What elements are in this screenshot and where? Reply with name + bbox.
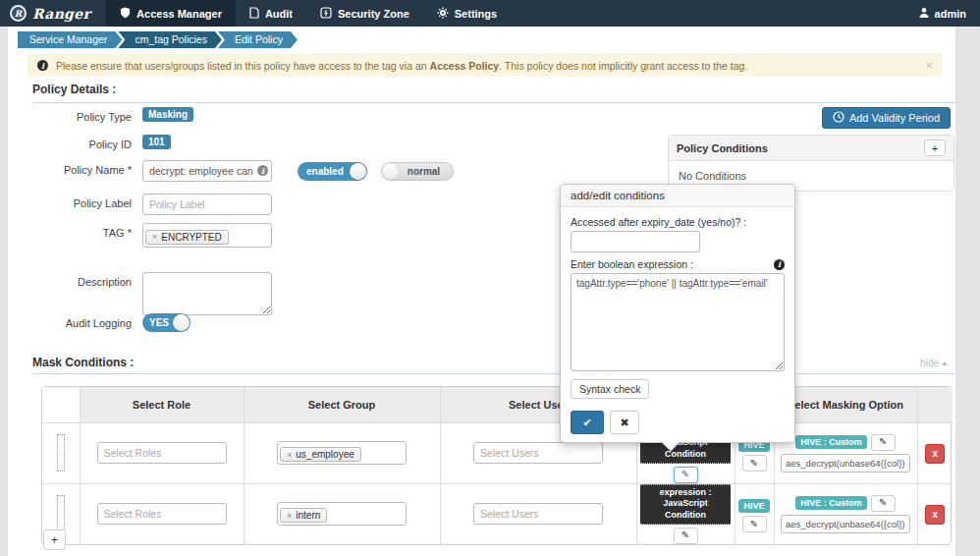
breadcrumb-service-manager[interactable]: Service Manager: [18, 31, 122, 48]
nav-audit[interactable]: Audit: [236, 0, 306, 27]
policy-name-info-icon[interactable]: i: [257, 165, 268, 176]
delete-column-header: [917, 387, 953, 422]
add-edit-conditions-popover: add/edit conditions Accessed after expir…: [560, 184, 795, 443]
delete-row-button[interactable]: x: [925, 444, 945, 464]
add-validity-period-button[interactable]: Add Validity Period: [822, 107, 951, 129]
group-chip: × us_employee: [280, 447, 361, 462]
policy-label-label: Policy Label: [26, 194, 132, 209]
expiry-input[interactable]: [571, 231, 700, 252]
drag-handle[interactable]: [57, 495, 65, 532]
brand-name: Ranger: [32, 6, 90, 22]
mask-conditions-table: Select Role Select Group Select User Sel…: [42, 387, 953, 544]
add-mask-row-button[interactable]: +: [43, 529, 66, 550]
expression-label: Enter boolean expression :: [571, 258, 693, 270]
caret-up-icon: [942, 361, 948, 365]
select-users-input[interactable]: [473, 503, 603, 525]
nav-user-menu[interactable]: admin: [904, 0, 980, 27]
select-group-header: Select Group: [244, 387, 440, 422]
masking-expression-input[interactable]: [781, 454, 910, 473]
select-role-header: Select Role: [80, 387, 244, 422]
breadcrumb-edit-policy[interactable]: Edit Policy: [218, 31, 298, 48]
edit-condition-button[interactable]: ✎: [674, 467, 698, 483]
drag-handle[interactable]: [57, 434, 65, 472]
audit-logging-row: Audit Logging YES: [26, 313, 191, 332]
masking-option-badge: HIVE : Custom: [795, 496, 867, 510]
shield-icon: [120, 7, 131, 21]
cancel-button[interactable]: ✖: [610, 411, 639, 434]
nav-security-zone[interactable]: Security Zone: [306, 0, 423, 27]
nav-settings[interactable]: Settings: [423, 0, 511, 27]
description-row: Description: [26, 272, 272, 315]
confirm-button[interactable]: ✔: [571, 411, 604, 434]
popover-title: add/edit conditions: [561, 185, 794, 207]
expression-textarea[interactable]: tagAttr.type=='phone' || tagAttr.type=='…: [571, 273, 785, 371]
page-container: Service Manager cm_tag Policies Edit Pol…: [8, 27, 955, 556]
chip-remove-icon[interactable]: ×: [287, 450, 292, 460]
ranger-logo-icon: R: [10, 5, 27, 22]
mask-conditions-heading: Mask Conditions :: [32, 356, 134, 369]
policy-details-heading: Policy Details :: [32, 83, 116, 96]
tag-row: TAG * × ENCRYPTED: [26, 223, 272, 248]
condition-expression-badge: expression : JavaScript Condition: [640, 484, 731, 525]
policy-normal-toggle[interactable]: normal: [381, 162, 454, 181]
user-icon: [918, 7, 930, 21]
mask-conditions-panel: Select Role Select Group Select User Sel…: [41, 386, 952, 545]
component-hive-badge: HIVE: [738, 499, 769, 513]
nav-access-manager[interactable]: Access Manager: [106, 0, 236, 27]
ranger-brand[interactable]: R Ranger: [0, 0, 106, 27]
banner-text: Please ensure that users/groups listed i…: [56, 60, 747, 72]
chip-remove-icon[interactable]: ×: [152, 232, 157, 242]
popover-body: Accessed after expiry_date (yes/no)? : E…: [561, 207, 794, 442]
select-roles-input[interactable]: [97, 442, 227, 464]
banner-close-icon[interactable]: ×: [925, 59, 933, 72]
masking-option-badge: HIVE : Custom: [795, 435, 867, 449]
edit-condition-button[interactable]: ✎: [674, 528, 698, 544]
divider: [32, 373, 955, 374]
delete-row-button[interactable]: x: [925, 505, 945, 525]
tag-label: TAG *: [26, 223, 132, 239]
chip-remove-icon[interactable]: ×: [287, 511, 292, 521]
info-banner: i Please ensure that users/groups listed…: [27, 54, 943, 77]
policy-name-row: Policy Name * i enabled normal: [26, 160, 454, 182]
description-textarea[interactable]: [142, 272, 272, 315]
table-row: × intern expression : JavaScript Conditi…: [42, 483, 953, 544]
add-condition-button[interactable]: +: [924, 139, 946, 156]
breadcrumb-cm-tag-policies[interactable]: cm_tag Policies: [118, 31, 222, 48]
select-group-box[interactable]: × us_employee: [277, 441, 407, 466]
policy-conditions-title: Policy Conditions: [677, 142, 768, 154]
policy-conditions-header: Policy Conditions +: [669, 136, 953, 161]
policy-type-row: Policy Type Masking: [26, 107, 193, 123]
audit-logging-toggle[interactable]: YES: [142, 313, 191, 332]
policy-id-row: Policy ID 101: [26, 135, 171, 150]
breadcrumb: Service Manager cm_tag Policies Edit Pol…: [18, 31, 300, 48]
table-row: × us_employee expression : JavaScript Co…: [42, 422, 953, 483]
tag-chip: × ENCRYPTED: [145, 230, 229, 245]
expression-info-icon[interactable]: i: [774, 259, 785, 270]
edit-masking-button[interactable]: ✎: [871, 495, 896, 512]
divider: [32, 102, 955, 103]
syntax-check-button[interactable]: Syntax check: [571, 379, 649, 399]
hide-section-link[interactable]: hide: [920, 358, 948, 368]
edit-permission-button[interactable]: ✎: [742, 516, 767, 532]
policy-name-input[interactable]: [142, 160, 272, 182]
clock-icon: [833, 111, 844, 125]
edit-masking-button[interactable]: ✎: [871, 434, 896, 451]
select-roles-input[interactable]: [97, 503, 227, 525]
drag-column-header: [42, 387, 80, 422]
nav-label: Audit: [265, 8, 293, 20]
policy-label-input[interactable]: [142, 194, 272, 215]
edit-permission-button[interactable]: ✎: [742, 455, 767, 472]
policy-type-badge: Masking: [142, 107, 193, 122]
select-users-input[interactable]: [473, 442, 603, 464]
policy-enabled-toggle[interactable]: enabled: [298, 162, 367, 181]
table-header-row: Select Role Select Group Select User Sel…: [42, 387, 953, 422]
top-navbar: R Ranger Access Manager Audit Security Z…: [0, 0, 980, 27]
gear-icon: [437, 7, 449, 21]
masking-expression-input[interactable]: [781, 515, 910, 533]
nav-label: Access Manager: [136, 8, 222, 20]
select-group-box[interactable]: × intern: [277, 502, 407, 527]
tag-select-box[interactable]: × ENCRYPTED: [142, 223, 272, 248]
nav-label: Settings: [455, 8, 497, 20]
policy-type-label: Policy Type: [26, 107, 132, 123]
policy-name-label: Policy Name *: [26, 160, 132, 176]
